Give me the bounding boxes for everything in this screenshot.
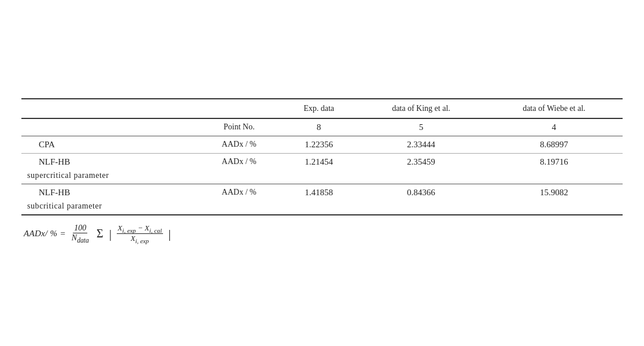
subparam-cell-nlf1: supercritical parameter (21, 170, 197, 184)
formula-inner-den: Xi, exp (129, 234, 150, 244)
val2-cell-nlf2: 0.84366 (357, 184, 486, 201)
header-col3: Exp. data (281, 99, 357, 118)
header-col5: data of Wiebe et al. (486, 99, 623, 118)
subparam-label-nlf2: subcritical parameter (27, 202, 102, 210)
model-cell: CPA (21, 136, 197, 153)
subheader-col4: 5 (357, 118, 486, 136)
formula-frac-num: 100 (73, 224, 87, 233)
header-col4: data of King et al. (357, 99, 486, 118)
header-col1 (21, 99, 197, 118)
table-row: CPA AADx / % 1.22356 2.33444 8.68997 (21, 136, 623, 153)
formula-inner-frac: Xi, exp − Xi, cal Xi, exp (117, 224, 163, 244)
formula-abs-left: | (109, 228, 112, 240)
model-cell-nlf2: NLF-HB (21, 184, 197, 201)
header-col2 (197, 99, 281, 118)
formula-frac: 100 Ndata (71, 224, 90, 244)
page-wrapper: Exp. data data of King et al. data of Wi… (16, 87, 628, 259)
val2-cell: 2.33444 (357, 136, 486, 153)
formula-abs-right: | (168, 228, 171, 240)
table-row-subparam2: subcritical parameter (21, 201, 623, 215)
formula-sigma: Σ (97, 227, 103, 240)
subheader-col1 (21, 118, 197, 136)
val3-cell-nlf2: 15.9082 (486, 184, 623, 201)
val2-cell-nlf1: 2.35459 (357, 153, 486, 170)
metric-cell-nlf2: AADx / % (197, 184, 281, 201)
model-cell-nlf1: NLF-HB (21, 153, 197, 170)
metric-cell: AADx / % (197, 136, 281, 153)
model-name-cpa: CPA (39, 140, 55, 149)
metric-cell-nlf1: AADx / % (197, 153, 281, 170)
subparam-cell-nlf2: subcritical parameter (21, 201, 197, 215)
val1-cell-nlf2: 1.41858 (281, 184, 357, 201)
val1-cell: 1.22356 (281, 136, 357, 153)
model-name-nlf2: NLF-HB (39, 188, 193, 198)
val3-cell-nlf1: 8.19716 (486, 153, 623, 170)
subparam-label-nlf1: supercritical parameter (27, 171, 109, 180)
subheader-col2: Point No. (197, 118, 281, 136)
data-table: Exp. data data of King et al. data of Wi… (21, 98, 623, 248)
val1-cell-nlf1: 1.21454 (281, 153, 357, 170)
subheader-row: Point No. 8 5 4 (21, 118, 623, 136)
val3-cell: 8.68997 (486, 136, 623, 153)
table-row-nlf2: NLF-HB AADx / % 1.41858 0.84366 15.9082 (21, 184, 623, 201)
formula-inner-num: Xi, exp − Xi, cal (117, 224, 163, 235)
formula-lhs: AADx/ % = (24, 229, 66, 239)
header-row: Exp. data data of King et al. data of Wi… (21, 99, 623, 118)
formula-row: AADx/ % = 100 Ndata Σ | Xi, exp − (21, 215, 623, 248)
formula-display: AADx/ % = 100 Ndata Σ | Xi, exp − (24, 224, 620, 244)
subheader-col5: 4 (486, 118, 623, 136)
formula-frac-den: Ndata (71, 233, 90, 244)
model-name-nlf1: NLF-HB (39, 157, 193, 167)
table-row-subparam: supercritical parameter (21, 170, 623, 184)
table-row: NLF-HB AADx / % 1.21454 2.35459 8.19716 (21, 153, 623, 170)
formula-cell: AADx/ % = 100 Ndata Σ | Xi, exp − (21, 215, 623, 248)
subheader-col3: 8 (281, 118, 357, 136)
